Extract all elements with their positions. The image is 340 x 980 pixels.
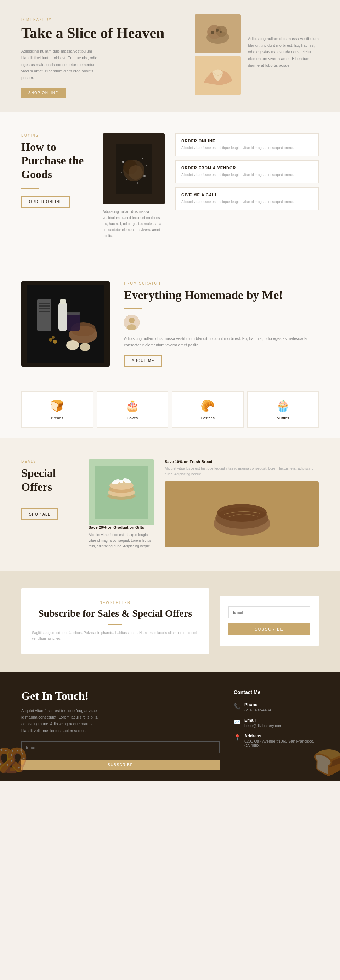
option-3-desc: Aliquiet vitae fusce est tristique feugi… <box>181 199 313 205</box>
offer-image-2 <box>165 482 319 547</box>
option-card-2: Order From a Vendor Aliquiet vitae fusce… <box>175 161 319 183</box>
pastries-label: Pastries <box>201 416 215 420</box>
footer-right: Contact Me 📞 Phone (216) 432-4434 ✉️ Ema… <box>234 689 319 770</box>
muffins-icon: 🧁 <box>276 399 290 412</box>
newsletter-email-input[interactable] <box>228 606 310 619</box>
how-to-divider <box>21 188 39 189</box>
offers-left: Deals Special Offers Shop All <box>21 460 78 520</box>
how-to-center: Adipiscing nullam duis massa vestibulum … <box>103 134 165 239</box>
email-label: Email <box>244 718 282 723</box>
hero-shop-button[interactable]: Shop Online <box>21 88 65 98</box>
svg-point-4 <box>216 29 218 32</box>
offers-shop-button[interactable]: Shop All <box>21 508 58 520</box>
hero-left: Dimi Bakery Take a Slice of Heaven Adipi… <box>21 14 188 98</box>
svg-point-15 <box>121 172 122 173</box>
how-to-food-desc: Adipiscing nullam duis massa vestibulum … <box>103 208 165 239</box>
email-icon: ✉️ <box>234 719 241 725</box>
offer-2-title: Save 10% on Fresh Bread <box>165 460 319 464</box>
svg-point-48 <box>217 504 267 522</box>
homemade-title: Everything Homemade by Me! <box>124 288 319 303</box>
svg-point-35 <box>129 318 134 323</box>
svg-point-11 <box>142 158 144 159</box>
svg-point-31 <box>52 336 55 339</box>
newsletter-section: Newsletter Subscribe for Sales & Special… <box>0 571 340 672</box>
hero-image-top <box>195 14 241 53</box>
offers-label: Deals <box>21 460 78 463</box>
author-avatar <box>124 315 139 330</box>
category-breads[interactable]: 🍞 Breads <box>21 391 93 428</box>
phone-label: Phone <box>244 702 271 707</box>
svg-rect-19 <box>39 303 50 304</box>
svg-point-27 <box>66 340 79 350</box>
homemade-about-button[interactable]: About Me <box>124 355 162 366</box>
svg-point-16 <box>145 165 147 166</box>
svg-point-44 <box>120 480 123 483</box>
svg-point-29 <box>53 340 57 344</box>
svg-rect-18 <box>37 299 51 331</box>
svg-rect-23 <box>59 303 67 331</box>
homemade-right: From Scratch Everything Homemade by Me! … <box>124 282 319 366</box>
hero-description: Adipiscing nullam duis massa vestibulum … <box>21 48 103 81</box>
footer-contact-title: Contact Me <box>234 689 319 695</box>
category-cakes[interactable]: 🎂 Cakes <box>97 391 169 428</box>
option-1-title: Order Online <box>181 139 313 143</box>
hero-section: Dimi Bakery Take a Slice of Heaven Adipi… <box>0 0 340 112</box>
hero-label: Dimi Bakery <box>21 18 188 22</box>
category-pastries[interactable]: 🥐 Pastries <box>172 391 244 428</box>
newsletter-title: Subscribe for Sales & Special Offers <box>32 608 198 619</box>
newsletter-right-card: Subscribe <box>220 596 319 646</box>
muffins-label: Muffins <box>277 416 289 420</box>
newsletter-left-card: Newsletter Subscribe for Sales & Special… <box>21 588 209 654</box>
homemade-description: Adipiscing nullam duis massa vestibulum … <box>124 335 319 348</box>
footer-left: Get In Touch! Aliquiet vitae fusce est t… <box>21 689 220 770</box>
svg-rect-24 <box>60 299 65 304</box>
pastries-icon: 🥐 <box>201 399 215 412</box>
option-3-title: Give Me a Call <box>181 192 313 197</box>
footer-title: Get In Touch! <box>21 689 220 703</box>
svg-point-13 <box>144 175 145 177</box>
author-row <box>124 315 319 330</box>
how-to-title: How to Purchase the Goods <box>21 140 92 181</box>
svg-point-30 <box>49 338 52 342</box>
offer-1-title: Save 20% on Graduation Gifts <box>89 525 154 530</box>
offer-1-desc: Aliquiet vitae fusce est tristique feugi… <box>89 532 154 549</box>
address-icon: 📍 <box>234 734 241 741</box>
newsletter-subscribe-button[interactable]: Subscribe <box>228 623 310 635</box>
offers-center: Save 20% on Graduation Gifts Aliquiet vi… <box>89 460 154 549</box>
hero-title: Take a Slice of Heaven <box>21 24 188 41</box>
breads-icon: 🍞 <box>50 399 64 412</box>
email-value: hello@divibakery.com <box>244 724 282 728</box>
footer-email-row: ✉️ Email hello@divibakery.com <box>234 718 319 728</box>
footer-address-row: 📍 Address 6201 Oak Avenue #1060 San Fran… <box>234 733 319 748</box>
hero-right: Adipiscing nullam duis massa vestibulum … <box>248 14 319 68</box>
newsletter-label: Newsletter <box>32 601 198 605</box>
footer-section: 🥨 Get In Touch! Aliquiet vitae fusce est… <box>0 672 340 781</box>
categories-section: 🍞 Breads 🎂 Cakes 🥐 Pastries 🧁 Muffins <box>0 388 340 438</box>
category-muffins[interactable]: 🧁 Muffins <box>247 391 319 428</box>
footer-email-input[interactable] <box>21 741 220 753</box>
address-value: 6201 Oak Avenue #1060 San Francisco, CA … <box>244 739 319 748</box>
svg-rect-20 <box>39 305 50 307</box>
hero-images <box>195 14 241 98</box>
pretzel-decoration: 🥨 <box>0 744 28 777</box>
svg-point-9 <box>128 165 143 180</box>
how-to-order-button[interactable]: Order Online <box>21 196 70 208</box>
footer-subscribe-button[interactable]: Subscribe <box>21 760 220 770</box>
cakes-label: Cakes <box>127 416 138 420</box>
homemade-divider <box>124 308 142 309</box>
homemade-image <box>21 282 110 366</box>
offer-image-1 <box>89 460 154 525</box>
address-label: Address <box>244 733 319 738</box>
how-to-left: Buying How to Purchase the Goods Order O… <box>21 134 92 208</box>
offers-title: Special Offers <box>21 466 78 493</box>
option-2-title: Order From a Vendor <box>181 166 313 170</box>
newsletter-divider <box>108 624 122 625</box>
phone-icon: 📞 <box>234 703 241 710</box>
option-card-3: Give Me a Call Aliquiet vitae fusce est … <box>175 187 319 210</box>
newsletter-description: Sagittis augue tortor ut faucibus. Pulvi… <box>32 630 198 641</box>
footer-phone-row: 📞 Phone (216) 432-4434 <box>234 702 319 712</box>
how-to-food-image <box>103 134 165 204</box>
bread-decoration: 🍞 <box>313 748 340 777</box>
svg-rect-33 <box>67 312 80 315</box>
phone-value: (216) 432-4434 <box>244 708 271 712</box>
